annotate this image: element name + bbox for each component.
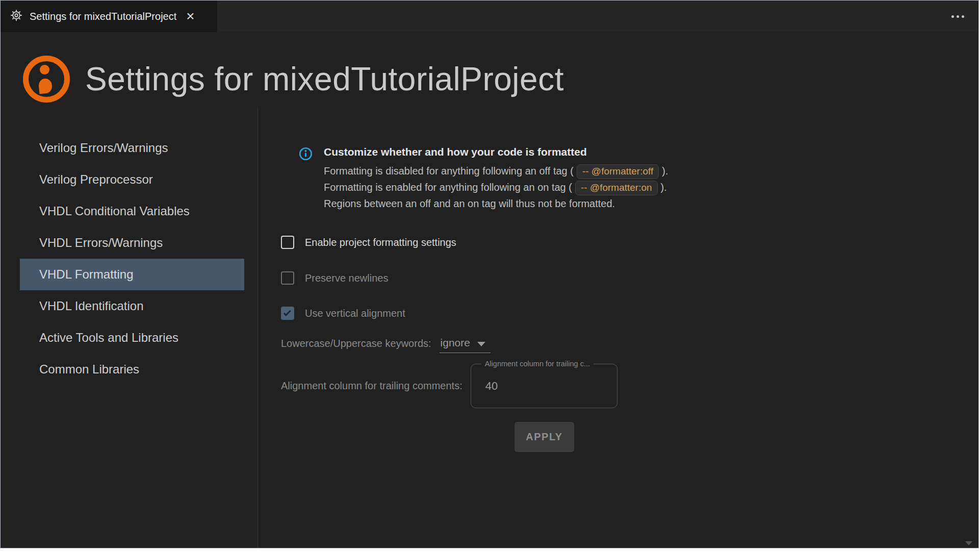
preserve-newlines-row: Preserve newlines [281,271,958,285]
preserve-newlines-label: Preserve newlines [305,272,388,284]
sidebar-item-common-libraries[interactable]: Common Libraries [1,354,257,385]
tab-title: Settings for mixedTutorialProject [30,11,176,22]
sidebar-item-vhdl-errors-warnings[interactable]: VHDL Errors/Warnings [1,227,257,259]
alignment-column-label: Alignment column for trailing comments: [281,380,462,392]
keywords-case-label: Lowercase/Uppercase keywords: [281,338,431,353]
keywords-case-value: ignore [441,337,470,349]
info-text: Customize whether and how your code is f… [324,146,668,212]
formatting-info-block: Customize whether and how your code is f… [299,146,958,212]
settings-body: Verilog Errors/Warnings Verilog Preproce… [1,108,978,548]
sidebar-item-vhdl-conditional-variables[interactable]: VHDL Conditional Variables [1,195,257,227]
sidebar-item-vhdl-identification[interactable]: VHDL Identification [1,290,257,322]
dropdown-arrow-icon [477,342,485,346]
sidebar-item-active-tools-and-libraries[interactable]: Active Tools and Libraries [1,322,257,354]
formatter-on-tag: -- @formatter:on [575,181,658,195]
enable-project-formatting-row: Enable project formatting settings [281,236,958,249]
alignment-column-input[interactable] [471,364,617,408]
enable-project-formatting-label: Enable project formatting settings [305,237,456,248]
editor-tab-bar: Settings for mixedTutorialProject × [1,1,978,32]
alignment-column-floating-label: Alignment column for trailing c... [481,360,594,368]
vhdl-formatting-panel: Customize whether and how your code is f… [258,108,978,548]
keywords-case-dropdown[interactable]: ignore [440,337,491,353]
keywords-case-row: Lowercase/Uppercase keywords: ignore [281,337,958,353]
page-title: Settings for mixedTutorialProject [85,60,564,98]
close-icon[interactable]: × [186,9,194,23]
sidebar-item-vhdl-formatting[interactable]: VHDL Formatting [20,259,244,290]
ellipsis-menu-icon[interactable] [951,15,964,18]
info-line-off-tag: Formatting is disabled for anything foll… [324,163,668,179]
info-heading: Customize whether and how your code is f… [324,146,668,158]
checkmark-icon [283,308,291,316]
settings-editor-window: Settings for mixedTutorialProject × Sett… [0,0,979,548]
gear-icon [10,9,23,24]
info-icon [299,147,313,212]
formatter-off-tag: -- @formatter:off [577,164,659,179]
use-vertical-alignment-label: Use vertical alignment [305,308,405,319]
page-header: Settings for mixedTutorialProject [1,32,978,108]
sidebar-item-verilog-preprocessor[interactable]: Verilog Preprocessor [1,164,257,195]
use-vertical-alignment-checkbox [281,307,294,320]
tab-settings-for-project[interactable]: Settings for mixedTutorialProject × [1,1,217,32]
apply-button[interactable]: APPLY [514,422,574,452]
tab-bar-actions [951,1,978,32]
alignment-column-field: Alignment column for trailing c... [471,364,617,408]
scroll-down-icon[interactable] [965,541,972,545]
use-vertical-alignment-row: Use vertical alignment [281,307,958,320]
info-line-regions: Regions between an off and an on tag wil… [324,195,668,212]
settings-sidebar: Verilog Errors/Warnings Verilog Preproce… [1,108,258,548]
sidebar-item-verilog-errors-warnings[interactable]: Verilog Errors/Warnings [1,132,257,164]
preserve-newlines-checkbox [281,271,294,285]
info-line-on-tag: Formatting is enabled for anything follo… [324,179,668,195]
enable-project-formatting-checkbox[interactable] [281,236,294,249]
alignment-column-row: Alignment column for trailing comments: … [281,364,958,408]
sigasi-logo-icon [23,56,70,103]
